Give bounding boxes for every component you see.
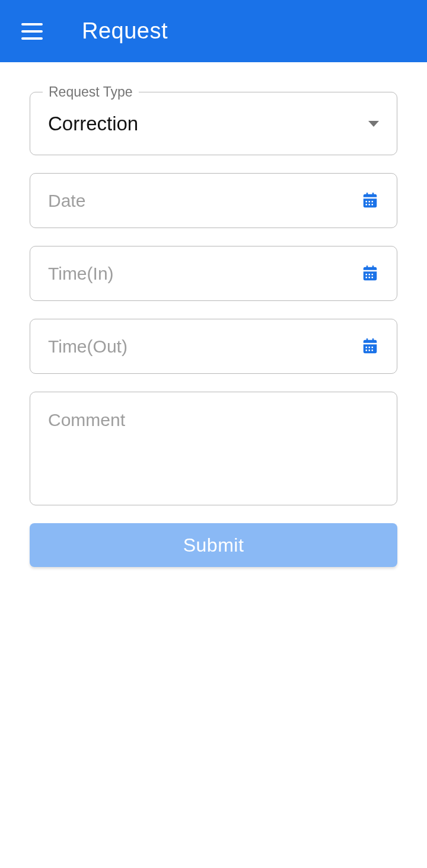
time-out-field[interactable]: Time(Out) (30, 319, 397, 374)
time-in-placeholder: Time(In) (48, 264, 114, 284)
request-type-field[interactable]: Request Type Correction (30, 92, 397, 155)
submit-button[interactable]: Submit (30, 523, 397, 567)
request-type-label: Request Type (43, 84, 139, 100)
request-type-value: Correction (48, 113, 138, 135)
calendar-icon (361, 265, 379, 283)
time-in-field[interactable]: Time(In) (30, 246, 397, 301)
calendar-icon (361, 192, 379, 210)
comment-field[interactable]: Comment (30, 392, 397, 505)
date-placeholder: Date (48, 191, 85, 211)
page-title: Request (82, 18, 168, 44)
time-out-placeholder: Time(Out) (48, 337, 128, 357)
calendar-icon (361, 338, 379, 355)
hamburger-menu-icon[interactable] (21, 23, 43, 40)
comment-placeholder: Comment (48, 410, 125, 430)
request-form: Request Type Correction Date Time(In) (0, 62, 427, 567)
chevron-down-icon (368, 121, 379, 127)
date-field[interactable]: Date (30, 173, 397, 228)
app-header: Request (0, 0, 427, 62)
